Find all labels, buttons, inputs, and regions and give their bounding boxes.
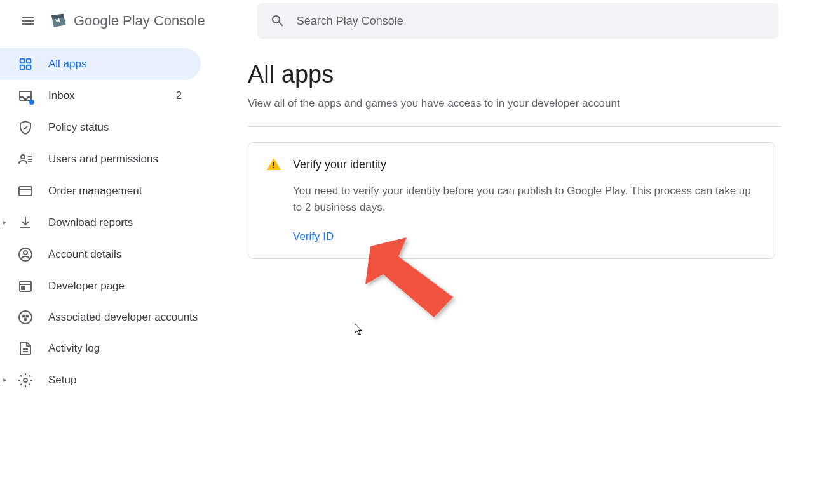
svg-point-22 xyxy=(24,378,27,382)
sidebar-label: Activity log xyxy=(48,342,100,355)
gear-icon xyxy=(18,373,33,388)
caret-right-icon xyxy=(1,377,8,383)
svg-rect-9 xyxy=(19,187,32,196)
download-icon xyxy=(18,215,33,230)
sidebar-item-download-reports[interactable]: Download reports xyxy=(0,207,201,239)
sidebar-label: Associated developer accounts xyxy=(48,310,198,325)
verify-identity-alert: Verify your identity You need to verify … xyxy=(248,142,775,259)
verify-id-link[interactable]: Verify ID xyxy=(293,230,334,242)
hamburger-menu-button[interactable] xyxy=(13,6,43,36)
sidebar-label: Policy status xyxy=(48,121,109,134)
play-console-logo-icon xyxy=(48,11,67,30)
sidebar-label: Download reports xyxy=(48,216,133,229)
document-icon xyxy=(18,341,33,356)
sidebar-label: All apps xyxy=(48,58,86,70)
alert-title: Verify your identity xyxy=(293,158,757,171)
sidebar-item-all-apps[interactable]: All apps xyxy=(0,48,201,80)
svg-point-18 xyxy=(27,315,29,317)
inbox-icon xyxy=(18,88,33,103)
sidebar-item-setup[interactable]: Setup xyxy=(0,364,201,396)
hamburger-icon xyxy=(20,13,36,29)
svg-rect-2 xyxy=(20,65,24,69)
notification-dot-icon xyxy=(29,100,34,105)
svg-point-17 xyxy=(23,315,25,317)
svg-rect-0 xyxy=(20,59,24,63)
sidebar-label: Order management xyxy=(48,185,142,197)
main-content: All apps View all of the apps and games … xyxy=(203,42,826,396)
shield-icon xyxy=(18,120,33,135)
sidebar-item-activity-log[interactable]: Activity log xyxy=(0,333,201,364)
sidebar-label: Inbox xyxy=(48,90,75,102)
page-title: All apps xyxy=(248,61,782,88)
web-page-icon xyxy=(18,279,33,294)
svg-rect-1 xyxy=(27,59,30,63)
account-circle-icon xyxy=(18,247,33,262)
divider xyxy=(248,126,782,127)
search-input[interactable] xyxy=(297,15,766,28)
inbox-count-badge: 2 xyxy=(176,90,182,102)
sidebar-label: Setup xyxy=(48,374,76,387)
associated-icon xyxy=(18,310,33,325)
alert-body: You need to verify your identity before … xyxy=(293,183,757,215)
svg-point-12 xyxy=(24,251,27,255)
svg-point-16 xyxy=(19,311,32,324)
search-icon xyxy=(270,13,285,29)
page-subtitle: View all of the apps and games you have … xyxy=(248,97,782,110)
svg-rect-3 xyxy=(27,65,30,69)
sidebar-label: Users and permissions xyxy=(48,153,158,166)
search-bar[interactable] xyxy=(257,3,778,39)
credit-card-icon xyxy=(18,183,33,199)
sidebar-item-policy-status[interactable]: Policy status xyxy=(0,112,201,143)
svg-point-5 xyxy=(21,155,25,159)
sidebar-item-order-management[interactable]: Order management xyxy=(0,175,201,207)
sidebar-item-associated-accounts[interactable]: Associated developer accounts xyxy=(0,302,201,333)
logo-text: Google Play Console xyxy=(74,13,205,29)
apps-grid-icon xyxy=(18,56,33,72)
sidebar-item-account-details[interactable]: Account details xyxy=(0,239,201,270)
warning-icon xyxy=(266,157,281,172)
users-icon xyxy=(18,152,33,167)
sidebar-item-users-permissions[interactable]: Users and permissions xyxy=(0,143,201,175)
svg-rect-15 xyxy=(22,286,25,289)
svg-point-19 xyxy=(25,319,27,321)
sidebar-item-developer-page[interactable]: Developer page xyxy=(0,270,201,302)
logo-container[interactable]: Google Play Console xyxy=(48,11,205,30)
sidebar: All apps Inbox 2 Policy status xyxy=(0,42,203,396)
sidebar-item-inbox[interactable]: Inbox 2 xyxy=(0,80,201,112)
caret-right-icon xyxy=(1,220,8,226)
sidebar-label: Developer page xyxy=(48,280,125,293)
sidebar-label: Account details xyxy=(48,248,121,261)
